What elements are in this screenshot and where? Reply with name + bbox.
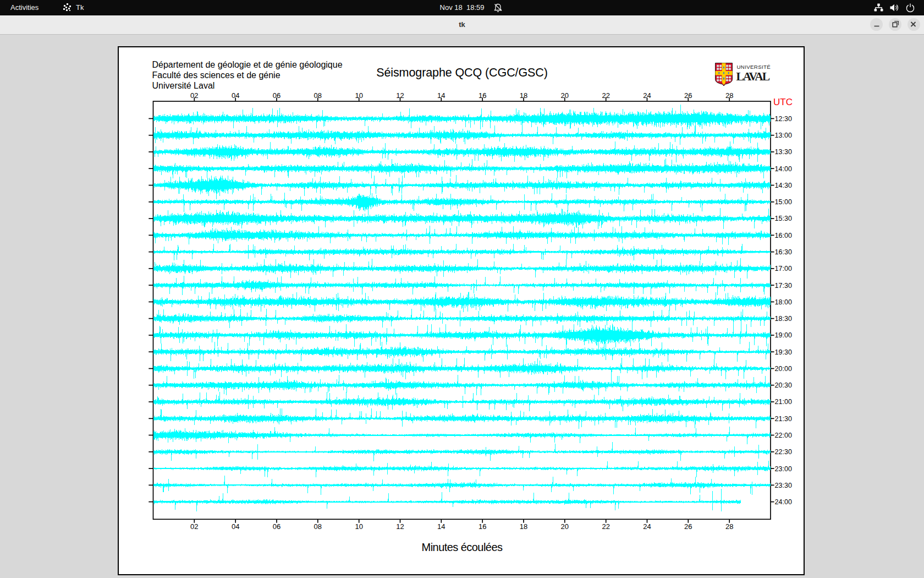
svg-text:UTC: UTC	[773, 97, 793, 107]
svg-text:23:00: 23:00	[775, 465, 792, 473]
svg-text:18:30: 18:30	[775, 315, 792, 323]
svg-text:24:00: 24:00	[775, 498, 792, 506]
svg-text:12:30: 12:30	[775, 115, 792, 123]
svg-text:28: 28	[725, 522, 733, 531]
svg-text:12: 12	[396, 91, 404, 100]
svg-text:08: 08	[314, 522, 322, 531]
svg-text:20: 20	[561, 91, 569, 100]
svg-text:20:30: 20:30	[775, 381, 792, 389]
svg-text:14: 14	[437, 91, 445, 100]
svg-text:17:00: 17:00	[775, 265, 792, 272]
svg-text:16: 16	[479, 91, 486, 100]
svg-text:18: 18	[520, 522, 527, 531]
svg-text:13:30: 13:30	[775, 148, 792, 156]
svg-text:15:00: 15:00	[775, 198, 792, 206]
svg-text:19:00: 19:00	[775, 331, 792, 339]
svg-text:14:00: 14:00	[775, 165, 792, 173]
svg-text:26: 26	[684, 91, 692, 100]
svg-text:22:30: 22:30	[775, 448, 792, 456]
svg-text:12: 12	[396, 522, 404, 531]
svg-text:26: 26	[684, 522, 692, 531]
svg-text:16: 16	[479, 522, 486, 531]
svg-text:06: 06	[273, 522, 280, 531]
svg-text:24: 24	[643, 91, 651, 100]
svg-text:18: 18	[520, 91, 527, 100]
svg-text:04: 04	[232, 91, 239, 100]
svg-text:22: 22	[602, 522, 609, 531]
svg-text:16:00: 16:00	[775, 232, 792, 239]
svg-text:21:00: 21:00	[775, 398, 792, 406]
svg-text:04: 04	[232, 522, 239, 531]
svg-text:16:30: 16:30	[775, 248, 792, 256]
svg-text:18:00: 18:00	[775, 298, 792, 306]
svg-text:19:30: 19:30	[775, 348, 792, 356]
svg-text:13:00: 13:00	[775, 132, 792, 139]
svg-text:21:30: 21:30	[775, 415, 792, 423]
svg-text:14:30: 14:30	[775, 182, 792, 189]
svg-text:22:00: 22:00	[775, 432, 792, 439]
svg-text:08: 08	[314, 91, 322, 100]
svg-text:23:30: 23:30	[775, 482, 792, 489]
svg-text:02: 02	[190, 522, 198, 531]
svg-text:14: 14	[437, 522, 445, 531]
svg-text:28: 28	[725, 91, 733, 100]
svg-text:06: 06	[273, 91, 280, 100]
svg-text:10: 10	[355, 522, 362, 531]
svg-text:20:00: 20:00	[775, 365, 792, 373]
svg-text:02: 02	[190, 91, 198, 100]
svg-text:15:30: 15:30	[775, 215, 792, 222]
svg-text:22: 22	[602, 91, 609, 100]
svg-text:17:30: 17:30	[775, 282, 792, 290]
svg-text:20: 20	[561, 522, 569, 531]
svg-text:10: 10	[355, 91, 362, 100]
svg-text:24: 24	[643, 522, 651, 531]
